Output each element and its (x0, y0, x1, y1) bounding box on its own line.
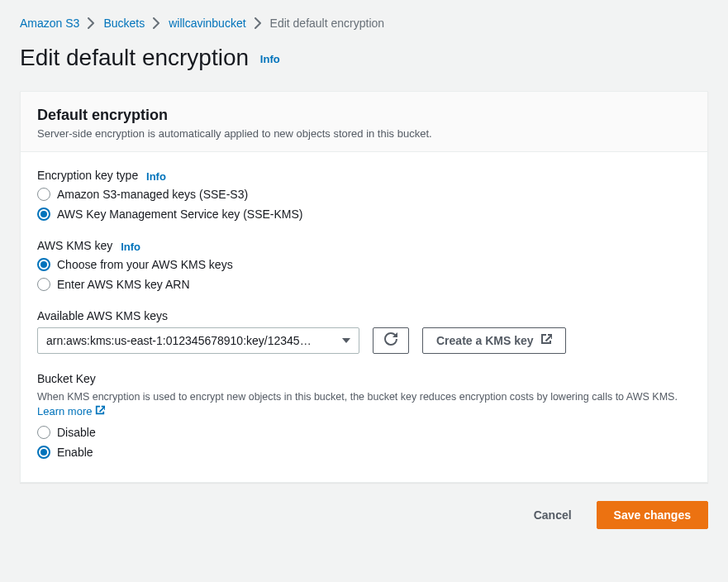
radio-sse-kms[interactable]: AWS Key Management Service key (SSE-KMS) (37, 208, 691, 221)
breadcrumb: Amazon S3 Buckets willcavinbucket Edit d… (20, 17, 708, 30)
kms-key-select[interactable]: arn:aws:kms:us-east-1:012345678910:key/1… (37, 327, 359, 354)
radio-icon (37, 208, 50, 221)
radio-label: Disable (57, 426, 96, 439)
card-title: Default encryption (37, 107, 691, 124)
available-keys-label: Available AWS KMS keys (37, 309, 691, 322)
radio-label: Choose from your AWS KMS keys (57, 258, 233, 271)
learn-more-link[interactable]: Learn more (37, 405, 105, 417)
create-kms-key-label: Create a KMS key (436, 334, 534, 347)
bucket-key-label: Bucket Key (37, 372, 691, 385)
footer-actions: Cancel Save changes (20, 501, 708, 529)
breadcrumb-link-bucket[interactable]: willcavinbucket (169, 17, 245, 30)
info-link[interactable]: Info (121, 241, 140, 253)
radio-bucket-key-disable[interactable]: Disable (37, 426, 691, 439)
cancel-button[interactable]: Cancel (521, 501, 585, 529)
chevron-right-icon (153, 17, 160, 29)
caret-down-icon (342, 338, 350, 343)
radio-label: Amazon S3-managed keys (SSE-S3) (57, 188, 248, 201)
card-header: Default encryption Server-side encryptio… (21, 92, 707, 152)
page-title-text: Edit default encryption (20, 45, 249, 70)
available-keys-section: Available AWS KMS keys arn:aws:kms:us-ea… (37, 309, 691, 354)
page-title: Edit default encryption Info (20, 45, 708, 71)
bucket-key-description: When KMS encryption is used to encrypt n… (37, 390, 691, 405)
radio-icon (37, 446, 50, 459)
learn-more-text: Learn more (37, 405, 92, 417)
info-link[interactable]: Info (146, 170, 166, 183)
breadcrumb-link-s3[interactable]: Amazon S3 (20, 17, 79, 30)
refresh-icon (384, 332, 397, 348)
breadcrumb-link-buckets[interactable]: Buckets (103, 17, 145, 30)
encryption-key-type-label: Encryption key type (37, 169, 138, 182)
radio-enter-arn[interactable]: Enter AWS KMS key ARN (37, 278, 691, 291)
breadcrumb-current: Edit default encryption (270, 17, 385, 30)
radio-sse-s3[interactable]: Amazon S3-managed keys (SSE-S3) (37, 188, 691, 201)
kms-key-selected-value: arn:aws:kms:us-east-1:012345678910:key/1… (46, 334, 312, 347)
radio-label: Enter AWS KMS key ARN (57, 278, 190, 291)
bucket-key-section: Bucket Key When KMS encryption is used t… (37, 372, 691, 460)
radio-icon (37, 426, 50, 439)
section-label: AWS KMS key Info (37, 239, 691, 253)
radio-label: AWS Key Management Service key (SSE-KMS) (57, 208, 302, 221)
chevron-right-icon (88, 17, 95, 29)
create-kms-key-button[interactable]: Create a KMS key (422, 327, 566, 354)
radio-label: Enable (57, 446, 93, 459)
refresh-button[interactable] (373, 327, 409, 354)
radio-icon (37, 258, 50, 271)
radio-icon (37, 188, 50, 201)
kms-key-label: AWS KMS key (37, 239, 112, 252)
external-link-icon (95, 405, 105, 417)
radio-icon (37, 278, 50, 291)
info-link[interactable]: Info (260, 53, 280, 65)
save-changes-button[interactable]: Save changes (597, 501, 708, 529)
card-subtitle: Server-side encryption is automatically … (37, 127, 691, 140)
section-label: Encryption key type Info (37, 169, 691, 183)
radio-choose-kms[interactable]: Choose from your AWS KMS keys (37, 258, 691, 271)
kms-key-section: AWS KMS key Info Choose from your AWS KM… (37, 239, 691, 291)
chevron-right-icon (255, 17, 262, 29)
external-link-icon (540, 333, 552, 347)
encryption-key-type-section: Encryption key type Info Amazon S3-manag… (37, 169, 691, 221)
default-encryption-card: Default encryption Server-side encryptio… (20, 91, 708, 483)
radio-bucket-key-enable[interactable]: Enable (37, 446, 691, 459)
